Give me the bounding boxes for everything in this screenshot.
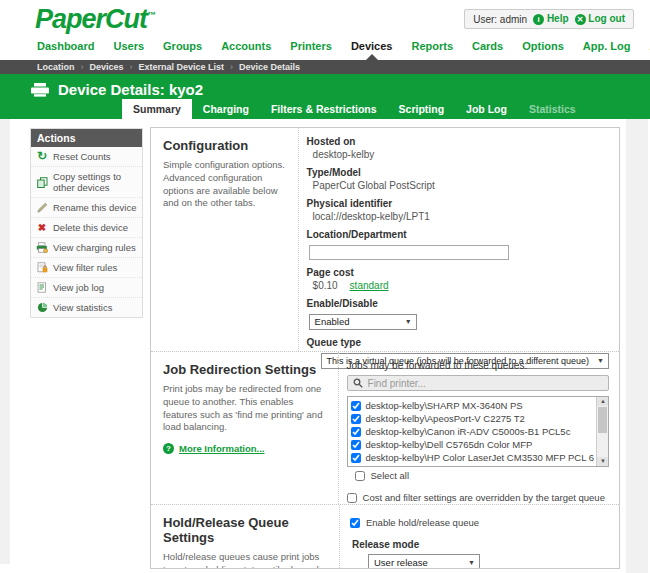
configuration-section: Configuration Simple configuration optio…: [151, 128, 619, 351]
statistics-pie-icon: [36, 302, 48, 313]
forward-queue-checkbox[interactable]: [351, 466, 361, 468]
nav-item-options[interactable]: Options: [522, 40, 564, 52]
tab-job-log[interactable]: Job Log: [455, 99, 518, 119]
queue-type-label: Queue type: [307, 337, 609, 348]
breadcrumb-item-external-device-list[interactable]: External Device List: [139, 62, 225, 72]
release-mode-label: Release mode: [352, 539, 609, 550]
action-view-statistics[interactable]: View statistics: [31, 298, 142, 317]
nav-item-accounts[interactable]: Accounts: [221, 40, 271, 52]
forwarded-queues-label: Jobs may be forwarded to these queues:: [347, 360, 609, 371]
hosted-on-label: Hosted on: [307, 136, 609, 147]
enable-disable-select[interactable]: Enabled▼: [309, 314, 417, 330]
physical-identifier-value: local://desktop-kelby/LPT1: [307, 211, 609, 222]
logout-icon: ✕: [575, 14, 586, 25]
tab-statistics[interactable]: Statistics: [518, 99, 587, 119]
tab-summary[interactable]: Summary: [122, 99, 192, 119]
job-redirection-title: Job Redirection Settings: [163, 362, 326, 377]
nav-item-cards[interactable]: Cards: [472, 40, 503, 52]
override-settings-row[interactable]: Cost and filter settings are overridden …: [347, 492, 609, 503]
physical-identifier-label: Physical identifier: [307, 198, 609, 209]
forward-queue-row[interactable]: desktop-kelby\HP Color LaserJet CM4540 M…: [351, 464, 594, 467]
configuration-title: Configuration: [163, 138, 286, 153]
reset-icon: ↻: [36, 151, 48, 162]
action-view-charging-rules[interactable]: View charging rules: [31, 238, 142, 258]
left-gutter: [0, 119, 10, 564]
forward-queue-checkbox[interactable]: [351, 440, 361, 450]
select-all-row[interactable]: Select all: [355, 470, 609, 481]
action-delete-this-device[interactable]: ✖Delete this device: [31, 218, 142, 238]
scroll-up-arrow[interactable]: ▲: [597, 397, 609, 406]
chevron-down-icon: ▼: [405, 318, 412, 325]
help-icon: i: [533, 14, 544, 25]
breadcrumb-item-location[interactable]: Location: [37, 62, 75, 72]
forward-queue-checkbox[interactable]: [351, 453, 361, 463]
forward-queue-checkbox[interactable]: [351, 414, 361, 424]
forward-queue-row[interactable]: desktop-kelby\Canon iR-ADV C5000s-B1 PCL…: [351, 425, 594, 438]
list-scrollbar[interactable]: ▲ ▼: [596, 397, 608, 466]
location-department-label: Location/Department: [307, 229, 609, 240]
nav-item-users[interactable]: Users: [113, 40, 144, 52]
papercut-admin-page: PaperCut™ User: admin i Help ✕ Log out D…: [0, 0, 650, 573]
action-rename-this-device[interactable]: Rename this device: [31, 198, 142, 218]
charging-printer-icon: [36, 242, 48, 253]
breadcrumb-item-device-details[interactable]: Device Details: [239, 62, 300, 72]
hosted-on-value: desktop-kelby: [307, 149, 609, 160]
forward-queue-checkbox[interactable]: [351, 401, 361, 411]
nav-item-groups[interactable]: Groups: [163, 40, 202, 52]
page-cost-standard-link[interactable]: standard: [350, 280, 389, 291]
device-details-panel: Configuration Simple configuration optio…: [150, 127, 620, 569]
actions-list: ↻Reset CountsCopy settings to other devi…: [31, 147, 142, 317]
type-model-label: Type/Model: [307, 167, 609, 178]
scroll-down-arrow[interactable]: ▼: [597, 457, 609, 466]
papercut-logo: PaperCut™: [35, 4, 155, 35]
job-redirection-section: Job Redirection Settings Print jobs may …: [151, 351, 619, 504]
search-icon: [353, 378, 363, 388]
hold-release-description: Hold/release queues cause print jobs to …: [163, 551, 327, 569]
job-redirection-more-info-link[interactable]: More Information...: [179, 443, 265, 454]
delete-icon: ✖: [36, 222, 48, 233]
nav-item-app-log[interactable]: App. Log: [583, 40, 631, 52]
nav-item-devices[interactable]: Devices: [351, 40, 393, 52]
location-department-input[interactable]: [309, 245, 509, 260]
scrollbar-thumb[interactable]: [598, 407, 607, 433]
hold-release-title: Hold/Release Queue Settings: [163, 515, 327, 545]
page-scrollbar-track[interactable]: [626, 119, 648, 573]
help-link[interactable]: i Help: [533, 13, 568, 25]
forward-queue-row[interactable]: desktop-kelby\HP Color LaserJet CM3530 M…: [351, 451, 594, 464]
action-view-job-log[interactable]: View job log: [31, 278, 142, 298]
forward-queue-checkbox[interactable]: [351, 427, 361, 437]
logout-link[interactable]: ✕ Log out: [575, 13, 625, 25]
tab-filters-restrictions[interactable]: Filters & Restrictions: [260, 99, 388, 119]
device-banner: Device Details: kyo2 SummaryChargingFilt…: [0, 74, 650, 119]
action-copy-settings-to-other-devices[interactable]: Copy settings to other devices: [31, 167, 142, 198]
override-settings-checkbox[interactable]: [347, 493, 357, 503]
enable-hold-release-row[interactable]: Enable hold/release queue: [350, 517, 609, 528]
copy-icon: [36, 177, 48, 188]
tab-scripting[interactable]: Scripting: [388, 99, 456, 119]
select-all-checkbox[interactable]: [355, 471, 365, 481]
forward-queue-row[interactable]: desktop-kelby\SHARP MX-3640N PS: [351, 399, 594, 412]
nav-item-printers[interactable]: Printers: [290, 40, 332, 52]
main-nav: DashboardUsersGroupsAccountsPrintersDevi…: [0, 40, 650, 56]
hold-release-section: Hold/Release Queue Settings Hold/release…: [151, 504, 619, 569]
forward-queue-row[interactable]: desktop-kelby\Dell C5765dn Color MFP: [351, 438, 594, 451]
forward-queue-row[interactable]: desktop-kelby\ApeosPort-V C2275 T2: [351, 412, 594, 425]
find-printer-placeholder: Find printer...: [368, 378, 426, 389]
page-cost-value: $0.10: [307, 280, 338, 291]
type-model-value: PaperCut Global PostScript: [307, 180, 609, 191]
release-mode-select[interactable]: User release▼: [368, 554, 480, 569]
tab-charging[interactable]: Charging: [192, 99, 260, 119]
nav-item-dashboard[interactable]: Dashboard: [37, 40, 94, 52]
filter-lock-icon: [36, 262, 48, 273]
action-reset-counts[interactable]: ↻Reset Counts: [31, 147, 142, 167]
breadcrumb: Location›Devices›External Device List›De…: [0, 60, 650, 74]
breadcrumb-separator: ›: [81, 62, 84, 72]
actions-sidebar: Actions ↻Reset CountsCopy settings to ot…: [30, 128, 143, 318]
enable-disable-label: Enable/Disable: [307, 298, 609, 309]
action-view-filter-rules[interactable]: View filter rules: [31, 258, 142, 278]
nav-item-reports[interactable]: Reports: [411, 40, 453, 52]
find-printer-input[interactable]: Find printer...: [347, 375, 609, 391]
breadcrumb-item-devices[interactable]: Devices: [90, 62, 124, 72]
enable-hold-release-checkbox[interactable]: [350, 518, 360, 528]
breadcrumb-separator: ›: [230, 62, 233, 72]
